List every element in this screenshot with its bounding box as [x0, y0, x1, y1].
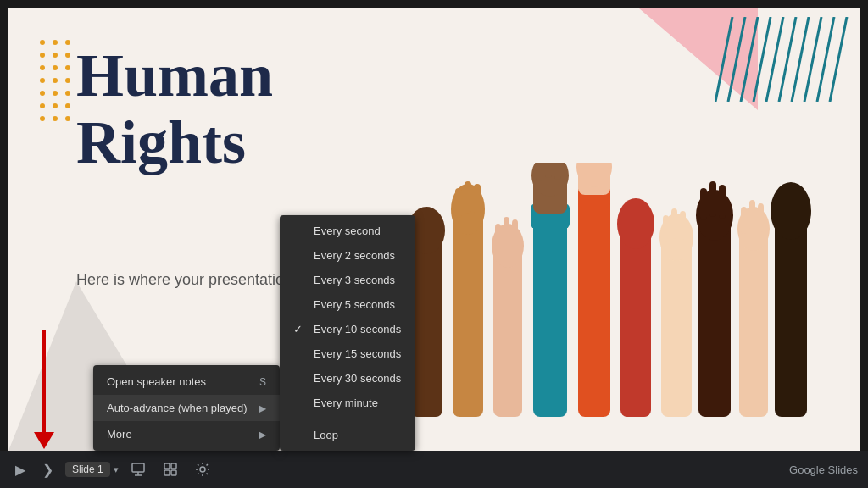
svg-rect-67: [700, 188, 707, 220]
svg-rect-38: [493, 247, 522, 417]
present-icon[interactable]: [125, 458, 151, 480]
svg-rect-59: [661, 239, 692, 417]
sub-every-3-seconds[interactable]: Every 3 seconds: [280, 268, 415, 292]
svg-point-12: [65, 40, 70, 45]
svg-point-10: [40, 40, 45, 45]
ctx-more[interactable]: More ▶: [93, 421, 280, 447]
svg-rect-70: [739, 230, 768, 417]
submenu-autoadvance: Every second Every 2 seconds Every 3 sec…: [280, 215, 415, 451]
svg-rect-43: [533, 205, 567, 417]
svg-rect-83: [171, 470, 176, 475]
svg-point-17: [53, 65, 58, 70]
svg-rect-62: [671, 208, 677, 239]
deco-teal-lines: [715, 17, 851, 102]
context-menu: Open speaker notes S Auto-advance (when …: [93, 365, 280, 451]
slide-title: Human Rights: [76, 42, 273, 176]
svg-point-84: [200, 467, 205, 472]
svg-point-20: [53, 78, 58, 83]
svg-point-22: [40, 91, 45, 96]
slide-number-badge[interactable]: Slide 1: [65, 462, 110, 477]
svg-rect-75: [775, 209, 807, 417]
svg-rect-50: [578, 188, 610, 417]
play-button[interactable]: ▶: [10, 458, 31, 481]
svg-rect-54: [580, 163, 587, 171]
svg-point-29: [53, 116, 58, 121]
sub-every-minute[interactable]: Every minute: [280, 391, 415, 415]
svg-rect-74: [758, 203, 764, 232]
toolbar: ▶ ❯ Slide 1 ▾: [0, 451, 868, 488]
svg-point-16: [40, 65, 45, 70]
svg-point-30: [65, 116, 70, 121]
svg-rect-77: [132, 463, 144, 472]
svg-rect-56: [598, 163, 605, 169]
svg-rect-48: [545, 163, 552, 178]
sub-every-second[interactable]: Every second: [280, 219, 415, 243]
toolbar-right: Google Slides: [789, 463, 858, 476]
slide-subtitle: Here is where your presentatio...: [76, 271, 297, 289]
slide-indicator: Slide 1 ▾: [65, 462, 119, 477]
google-slides-label: Google Slides: [789, 463, 858, 476]
svg-point-76: [771, 182, 811, 240]
loop-divider: [287, 419, 409, 419]
svg-point-14: [53, 53, 58, 58]
svg-rect-35: [455, 188, 462, 218]
svg-rect-80: [164, 463, 170, 469]
red-arrow: [34, 330, 54, 449]
svg-rect-33: [453, 214, 483, 417]
hands-illustration: [393, 154, 860, 451]
svg-rect-68: [709, 181, 716, 217]
sub-every-5-seconds[interactable]: Every 5 seconds: [280, 292, 415, 317]
svg-point-21: [65, 78, 70, 83]
svg-rect-81: [171, 463, 176, 469]
svg-rect-64: [698, 214, 731, 417]
svg-point-27: [65, 103, 70, 108]
slide-dropdown-icon[interactable]: ▾: [114, 464, 119, 475]
sub-loop[interactable]: Loop: [280, 423, 415, 447]
sub-every-2-seconds[interactable]: Every 2 seconds: [280, 243, 415, 268]
svg-point-58: [617, 198, 654, 249]
svg-rect-69: [719, 185, 726, 219]
grid-view-icon[interactable]: [158, 458, 183, 480]
svg-point-23: [53, 91, 58, 96]
sub-every-10-seconds[interactable]: ✓ Every 10 seconds: [280, 317, 415, 341]
toolbar-left: ▶ ❯ Slide 1 ▾: [10, 458, 215, 481]
svg-point-13: [40, 53, 45, 58]
svg-rect-41: [504, 217, 509, 247]
svg-rect-49: [554, 163, 561, 180]
svg-rect-57: [620, 222, 651, 417]
sub-every-15-seconds[interactable]: Every 15 seconds: [280, 341, 415, 366]
svg-point-19: [40, 78, 45, 83]
sub-every-30-seconds[interactable]: Every 30 seconds: [280, 366, 415, 391]
svg-rect-37: [474, 184, 481, 214]
ctx-open-speaker-notes[interactable]: Open speaker notes S: [93, 369, 280, 395]
svg-rect-36: [465, 181, 471, 214]
next-slide-button[interactable]: ❯: [37, 458, 58, 481]
svg-rect-40: [495, 224, 501, 252]
svg-rect-82: [164, 470, 170, 475]
svg-point-11: [53, 40, 58, 45]
ctx-auto-advance[interactable]: Auto-advance (when played) ▶: [93, 395, 280, 421]
svg-rect-47: [536, 163, 542, 181]
svg-point-26: [53, 103, 58, 108]
settings-gear-icon[interactable]: [190, 458, 215, 480]
svg-point-24: [65, 91, 70, 96]
svg-rect-63: [680, 211, 686, 240]
svg-point-15: [65, 53, 70, 58]
svg-rect-72: [741, 207, 747, 234]
svg-point-25: [40, 103, 45, 108]
svg-point-28: [40, 116, 45, 121]
svg-rect-42: [512, 219, 518, 248]
svg-rect-61: [663, 215, 669, 242]
deco-dots-orange: [34, 34, 76, 139]
svg-point-18: [65, 65, 70, 70]
svg-rect-73: [749, 200, 755, 230]
